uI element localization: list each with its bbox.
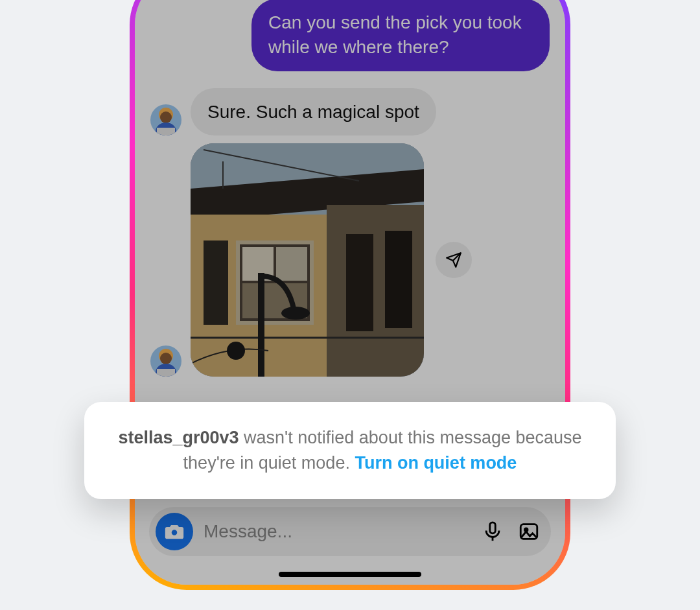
svg-rect-9: [157, 369, 175, 377]
svg-rect-24: [258, 273, 264, 377]
microphone-icon: [482, 521, 504, 543]
avatar-image: [150, 346, 181, 377]
svg-point-2: [160, 111, 172, 123]
message-row-sent: Can you send the pick you took while we …: [135, 0, 565, 75]
svg-rect-19: [276, 247, 307, 281]
svg-rect-32: [490, 522, 496, 534]
camera-icon: [163, 521, 185, 543]
svg-point-7: [160, 353, 172, 364]
input-placeholder-text: Message...: [204, 521, 292, 541]
send-icon: [445, 252, 462, 268]
received-message-bubble[interactable]: Sure. Such a magical spot: [191, 88, 436, 136]
gallery-button[interactable]: [516, 519, 542, 545]
photo-building: [191, 143, 424, 377]
svg-point-25: [281, 307, 310, 320]
avatar[interactable]: [150, 346, 181, 377]
message-text: Can you send the pick you took while we …: [268, 12, 522, 57]
avatar[interactable]: [150, 104, 181, 135]
turn-on-quiet-mode-link[interactable]: Turn on quiet mode: [355, 453, 517, 473]
svg-rect-4: [157, 128, 175, 135]
camera-button[interactable]: [156, 513, 193, 550]
avatar-image: [150, 104, 181, 135]
image-icon: [518, 521, 540, 543]
svg-rect-22: [385, 231, 412, 328]
page-background: Can you send the pick you took while we …: [0, 0, 700, 610]
message-input[interactable]: Message...: [204, 521, 469, 542]
notification-username: stellas_gr00v3: [118, 428, 239, 447]
image-attachment[interactable]: [191, 143, 424, 377]
message-row-received: Sure. Such a magical spot: [135, 75, 565, 140]
svg-rect-21: [346, 234, 373, 331]
svg-point-28: [227, 342, 245, 360]
voice-message-button[interactable]: [480, 519, 506, 545]
quiet-mode-notification: stellas_gr00v3 wasn't notified about thi…: [84, 402, 616, 499]
home-indicator[interactable]: [279, 572, 421, 577]
sent-message-bubble[interactable]: Can you send the pick you took while we …: [251, 0, 550, 71]
message-row-image: [135, 139, 565, 381]
phone-device: Can you send the pick you took while we …: [130, 0, 570, 590]
share-message-button[interactable]: [436, 242, 472, 278]
message-input-bar: Message...: [149, 507, 551, 556]
message-text: Sure. Such a magical spot: [207, 102, 419, 122]
svg-rect-15: [204, 240, 228, 325]
